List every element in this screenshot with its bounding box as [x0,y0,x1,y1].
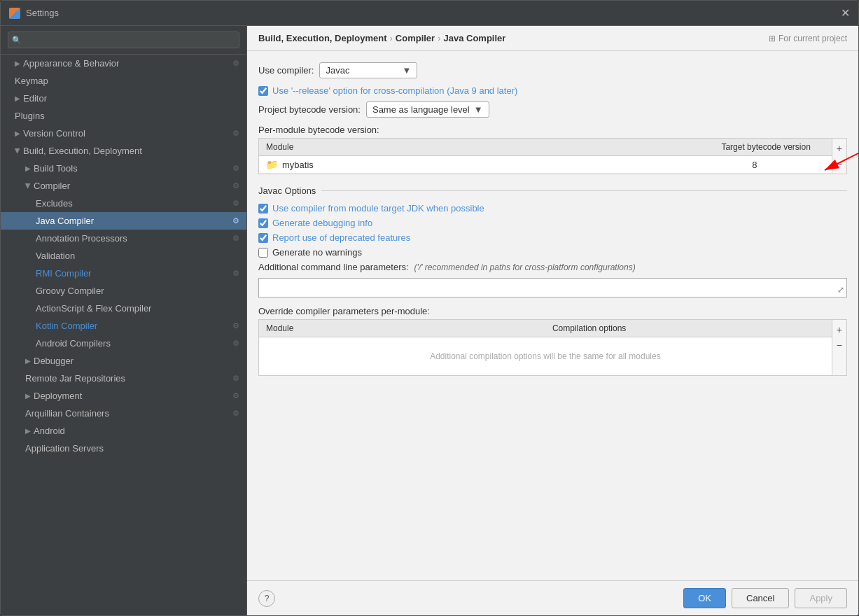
search-box: 🔍 [1,26,246,55]
search-input[interactable] [8,31,239,48]
close-button[interactable]: ✕ [841,6,850,20]
expand-arrow-icon: ▶ [25,392,31,400]
override-label: Override compiler parameters per-module: [258,306,430,316]
sidebar-item-build-tools[interactable]: ▶ Build Tools ⚙ [1,160,246,177]
sidebar-item-groovy-compiler[interactable]: Groovy Compiler [1,282,246,300]
expand-arrow-icon: ▶ [25,357,31,365]
section-divider [321,190,847,191]
cancel-button[interactable]: Cancel [732,588,789,608]
sidebar-item-app-servers[interactable]: Application Servers [1,440,246,457]
sidebar-label: RMI Compiler [36,268,91,279]
settings-icon: ⚙ [232,181,239,190]
main-content: 🔍 ▶ Appearance & Behavior ⚙ Keymap ▶ [1,26,858,615]
apply-button[interactable]: Apply [795,588,847,608]
sidebar-item-remote-jar[interactable]: Remote Jar Repositories ⚙ [1,370,246,387]
sidebar-item-arquillian[interactable]: Arquillian Containers ⚙ [1,405,246,422]
sidebar-label: Plugins [15,111,45,121]
sidebar-label: ActionScript & Flex Compiler [36,303,151,314]
report-deprecated-checkbox[interactable] [258,233,268,243]
override-table: Module Compilation options Additional co… [258,319,847,376]
sidebar-item-android-compilers[interactable]: Android Compilers ⚙ [1,335,246,352]
sidebar-label: Debugger [34,356,74,366]
no-warnings-row: Generate no warnings [258,247,847,258]
cmd-input[interactable] [258,278,847,298]
sidebar-item-debugger[interactable]: ▶ Debugger [1,352,246,370]
use-compiler-jdk-label: Use compiler from module target JDK when… [272,203,484,214]
settings-icon: ⚙ [232,59,239,68]
sidebar-item-kotlin-compiler[interactable]: Kotlin Compiler ⚙ [1,317,246,335]
expand-arrow-icon: ▶ [15,59,20,67]
sidebar-label: Version Control [23,128,85,139]
table-header: Module Target bytecode version [259,139,832,156]
sidebar-label: Kotlin Compiler [36,321,97,331]
module-version: 8 [685,160,825,170]
sidebar-label: Annotation Processors [36,233,127,244]
breadcrumb-path: Build, Execution, Deployment › Compiler … [258,33,505,43]
settings-icon: ⚙ [232,216,239,225]
compiler-dropdown[interactable]: Javac ▼ [319,62,417,78]
for-current-project: ⊞ For current project [769,34,847,43]
remove-override-button[interactable]: − [834,338,845,352]
sidebar-item-build-exec-deploy[interactable]: ▶ Build, Execution, Deployment [1,142,246,160]
no-warnings-checkbox[interactable] [258,248,268,258]
add-override-button[interactable]: + [834,323,845,337]
sidebar-item-excludes[interactable]: Excludes ⚙ [1,195,246,212]
sidebar-item-rmi-compiler[interactable]: RMI Compiler ⚙ [1,265,246,282]
sidebar-item-keymap[interactable]: Keymap [1,72,246,90]
javac-title-text: Javac Options [258,186,316,196]
report-deprecated-row: Report use of deprecated features [258,232,847,243]
sidebar-label: Compiler [34,181,70,191]
override-label-row: Override compiler parameters per-module: [258,306,847,316]
sidebar-label: Groovy Compiler [36,286,104,296]
settings-icon: ⚙ [232,199,239,208]
ok-button[interactable]: OK [683,588,726,608]
report-deprecated-label: Report use of deprecated features [272,232,410,243]
sidebar-item-deployment[interactable]: ▶ Deployment ⚙ [1,387,246,405]
sidebar-item-compiler[interactable]: ▶ Compiler ⚙ [1,177,246,195]
table-row[interactable]: 📁 mybatis 8 [259,156,832,174]
generate-debug-checkbox[interactable] [258,218,268,228]
sidebar-item-version-control[interactable]: ▶ Version Control ⚙ [1,125,246,142]
breadcrumb-part-2: Compiler [396,33,435,43]
help-button[interactable]: ? [258,590,275,607]
compiler-value: Javac [326,65,349,76]
use-compiler-jdk-row: Use compiler from module target JDK when… [258,203,847,214]
generate-debug-label: Generate debugging info [272,218,372,228]
app-icon [9,8,20,19]
table-inner: Module Target bytecode version 📁 mybatis… [259,139,832,174]
sidebar-item-annotation-processors[interactable]: Annotation Processors ⚙ [1,230,246,247]
sidebar-label: Android [34,426,65,436]
settings-icon: ⚙ [232,269,239,278]
generate-debug-row: Generate debugging info [258,218,847,228]
bytecode-version-value: Same as language level [372,104,470,115]
sidebar-item-validation[interactable]: Validation [1,247,246,265]
cross-compilation-checkbox[interactable] [258,86,268,96]
sidebar-item-android[interactable]: ▶ Android [1,422,246,440]
sidebar-item-actionscript-compiler[interactable]: ActionScript & Flex Compiler [1,300,246,317]
settings-icon: ⚙ [232,391,239,400]
bytecode-version-label: Project bytecode version: [258,104,361,115]
module-column-header: Module [259,139,692,155]
bytecode-version-row: Project bytecode version: Same as langua… [258,102,847,118]
additional-cmd-row: Additional command line parameters: ('/'… [258,262,847,272]
bytecode-version-dropdown[interactable]: Same as language level ▼ [366,102,489,118]
sidebar-item-plugins[interactable]: Plugins [1,107,246,125]
override-table-inner: Module Compilation options Additional co… [259,320,832,375]
override-header: Module Compilation options [259,320,832,337]
expand-arrow-icon: ▶ [25,164,31,172]
sidebar-item-java-compiler[interactable]: Java Compiler ⚙ [1,212,246,230]
use-compiler-row: Use compiler: Javac ▼ [258,62,847,78]
sidebar-item-appearance[interactable]: ▶ Appearance & Behavior ⚙ [1,55,246,72]
sidebar-label: Excludes [36,198,73,209]
use-compiler-jdk-checkbox[interactable] [258,204,268,214]
sidebar-label: Keymap [15,76,48,86]
dropdown-arrow-icon: ▼ [403,65,412,76]
javac-options-section: Javac Options Use compiler from module t… [258,186,847,376]
sidebar-item-editor[interactable]: ▶ Editor [1,90,246,107]
sidebar-list: ▶ Appearance & Behavior ⚙ Keymap ▶ Edito… [1,55,246,615]
settings-icon: ⚙ [232,339,239,348]
cross-compilation-label: Use '--release' option for cross-compila… [272,85,517,96]
override-module-col: Module [259,320,545,337]
cmd-input-wrapper: ⤢ [258,278,847,298]
javac-section-title: Javac Options [258,186,847,196]
